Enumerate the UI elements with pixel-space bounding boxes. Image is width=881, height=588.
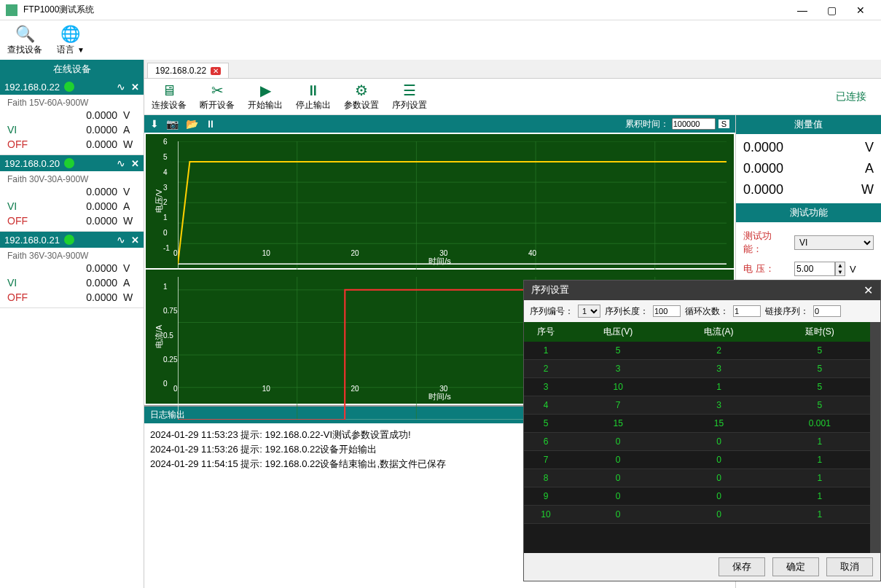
sequence-body[interactable]: 15252335310154735515150.0016001700180019… <box>524 342 870 553</box>
volt-input[interactable] <box>794 262 835 276</box>
sequence-row[interactable]: 2335 <box>524 360 870 378</box>
download-icon[interactable]: ⬇ <box>150 118 159 130</box>
device-ip: 192.168.0.20 <box>4 158 60 169</box>
titlebar: FTP1000测试系统 — ▢ ✕ <box>0 0 881 20</box>
status-dot-icon <box>64 82 74 92</box>
sequence-row[interactable]: 6001 <box>524 433 870 451</box>
list-icon: ☰ <box>403 82 416 99</box>
device-item[interactable]: 192.168.0.22∿✕ Faith 15V-60A-900W 0.0000… <box>0 79 144 155</box>
func-label: 测试功能： <box>743 230 790 256</box>
play-icon: ▶ <box>260 82 271 99</box>
spin-up-icon[interactable]: ▲▼ <box>835 262 845 276</box>
seq-col-header: 序号 <box>524 322 568 342</box>
device-model: Faith 30V-30A-900W <box>7 174 136 184</box>
measurement-header: 测量值 <box>736 115 881 134</box>
minimize-button[interactable]: — <box>788 4 817 16</box>
language-button[interactable]: 🌐 语言▼ <box>57 25 85 56</box>
device-model: Faith 15V-60A-900W <box>7 98 136 108</box>
sidebar: 在线设备 192.168.0.22∿✕ Faith 15V-60A-900W 0… <box>0 60 144 588</box>
tab-device[interactable]: 192.168.0.22 ✕ <box>147 63 229 78</box>
sequence-settings-button[interactable]: ☰序列设置 <box>392 82 427 111</box>
signal-icon: ∿ <box>117 81 125 93</box>
seq-loop-input[interactable] <box>733 305 761 317</box>
sequence-table: 序号电压(V)电流(A)延时(S) 1525233531015473551515… <box>524 322 880 553</box>
connect-button[interactable]: 🖥连接设备 <box>152 82 187 111</box>
remove-device-icon[interactable]: ✕ <box>131 235 139 246</box>
sequence-row[interactable]: 1525 <box>524 342 870 360</box>
sequence-row[interactable]: 31015 <box>524 378 870 396</box>
tab-close-icon[interactable]: ✕ <box>211 67 221 75</box>
device-ip: 192.168.0.21 <box>4 235 60 246</box>
sequence-row[interactable]: 8001 <box>524 469 870 487</box>
device-item[interactable]: 192.168.0.21∿✕ Faith 36V-30A-900W 0.0000… <box>0 232 144 308</box>
sequence-row[interactable]: 9001 <box>524 487 870 506</box>
status-dot-icon <box>64 235 74 245</box>
folder-icon[interactable]: 📂 <box>186 118 198 130</box>
voltage-chart: 电压/V 时间/s -10123456010203040 <box>146 134 734 268</box>
main-toolbar: 🔍 查找设备 🌐 语言▼ <box>0 20 881 60</box>
param-settings-button[interactable]: ⚙参数设置 <box>344 82 379 111</box>
monitor-icon: 🖥 <box>162 82 176 99</box>
save-button[interactable]: 保存 <box>718 557 765 576</box>
seq-col-header: 延时(S) <box>770 322 870 342</box>
chart-toolbar: ⬇ 📷 📂 ⏸ 累积时间： S <box>144 115 735 133</box>
seq-num-select[interactable]: 1 <box>578 305 600 318</box>
close-button[interactable]: ✕ <box>846 4 875 16</box>
seq-loop-label: 循环次数： <box>685 305 729 318</box>
seq-num-label: 序列编号： <box>530 305 573 318</box>
ok-button[interactable]: 确定 <box>772 557 819 576</box>
dialog-title: 序列设置 <box>531 283 569 297</box>
sequence-row[interactable]: 515150.001 <box>524 415 870 433</box>
disconnect-button[interactable]: ✂断开设备 <box>200 82 235 111</box>
stop-output-button[interactable]: ⏸停止输出 <box>296 82 331 111</box>
camera-icon[interactable]: 📷 <box>166 118 179 130</box>
signal-icon: ∿ <box>117 157 125 169</box>
search-icon: 🔍 <box>15 25 35 44</box>
remove-device-icon[interactable]: ✕ <box>131 158 139 169</box>
window-title: FTP1000测试系统 <box>23 4 788 16</box>
maximize-button[interactable]: ▢ <box>817 4 846 16</box>
gear-icon: ⚙ <box>355 82 368 99</box>
sequence-row[interactable]: 10001 <box>524 506 870 524</box>
sequence-row[interactable]: 7001 <box>524 451 870 469</box>
scrollbar[interactable] <box>870 322 880 553</box>
connection-status: 已连接 <box>836 90 866 103</box>
seq-link-input[interactable] <box>813 305 841 317</box>
meas-power: 0.0000 <box>743 182 783 197</box>
device-model: Faith 36V-30A-900W <box>7 251 136 261</box>
seq-len-input[interactable] <box>653 305 681 317</box>
find-device-label: 查找设备 <box>7 44 42 56</box>
status-dot-icon <box>64 158 74 168</box>
func-select[interactable]: VI <box>794 235 874 250</box>
device-ip: 192.168.0.22 <box>4 82 60 93</box>
accum-time-input[interactable] <box>672 118 716 130</box>
accum-unit: S <box>718 119 729 128</box>
measurement-panel: 0.0000V 0.0000A 0.0000W <box>736 134 881 203</box>
globe-icon: 🌐 <box>60 25 80 44</box>
language-label: 语言 <box>57 44 74 55</box>
app-icon <box>6 4 17 16</box>
seq-col-header: 电流(A) <box>668 322 769 342</box>
sequence-row[interactable]: 4735 <box>524 396 870 415</box>
seq-link-label: 链接序列： <box>765 305 809 318</box>
dialog-close-icon[interactable]: ✕ <box>864 283 873 297</box>
pause-chart-icon[interactable]: ⏸ <box>205 118 216 130</box>
chevron-down-icon: ▼ <box>77 46 85 54</box>
pause-icon: ⏸ <box>306 82 321 99</box>
remove-device-icon[interactable]: ✕ <box>131 82 139 93</box>
cancel-button[interactable]: 取消 <box>826 557 873 576</box>
connection-toolbar: 🖥连接设备 ✂断开设备 ▶开始输出 ⏸停止输出 ⚙参数设置 ☰序列设置 已连接 <box>144 79 881 115</box>
tabbar: 192.168.0.22 ✕ <box>144 60 881 79</box>
test-header: 测试功能 <box>736 203 881 222</box>
meas-voltage: 0.0000 <box>743 140 783 155</box>
device-item[interactable]: 192.168.0.20∿✕ Faith 30V-30A-900W 0.0000… <box>0 155 144 232</box>
accum-time-label: 累积时间： <box>625 118 669 130</box>
find-device-button[interactable]: 🔍 查找设备 <box>7 25 42 56</box>
sidebar-header: 在线设备 <box>0 60 144 79</box>
unlink-icon: ✂ <box>211 82 224 99</box>
start-output-button[interactable]: ▶开始输出 <box>248 82 283 111</box>
meas-current: 0.0000 <box>743 161 783 176</box>
dialog-controls: 序列编号： 1 序列长度： 循环次数： 链接序列： <box>524 300 880 322</box>
tab-label: 192.168.0.22 <box>155 66 206 76</box>
dialog-title-bar[interactable]: 序列设置 ✕ <box>524 281 880 300</box>
